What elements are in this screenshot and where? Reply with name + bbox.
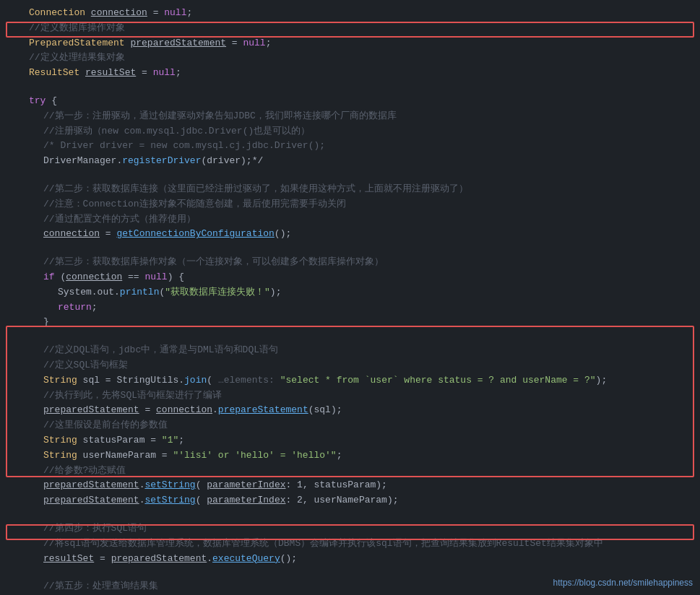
code-line-comment-step2: //第二步：获取数据库连接（这里面已经注册过驱动了，如果使用这种方式，上面就不用…: [0, 182, 700, 197]
code-line-1: Connection connection = null;: [0, 6, 700, 21]
code-line-close-brace: }: [0, 315, 700, 330]
code-editor: Connection connection = null; //定义数据库操作对…: [0, 0, 700, 595]
code-line-3: PreparedStatement preparedStatement = nu…: [0, 36, 700, 51]
code-line-return: return;: [0, 300, 700, 316]
code-line-prepared-stmt-assign: preparedStatement = connection.prepareSt…: [0, 403, 700, 418]
code-line-set-string-2: preparedStatement.setString( parameterIn…: [0, 493, 700, 508]
code-line-comment-step2b: //注意：Connection连接对象不能随意创建，最后使用完需要手动关闭: [0, 197, 700, 212]
code-line-comment-step4: //第四步：执行SQL语句: [0, 521, 700, 537]
code-line-comment-step1b: //注册驱动（new com.mysql.jdbc.Driver()也是可以的）: [0, 124, 700, 139]
code-line-string-username: String userNameParam = "'lisi' or 'hello…: [0, 448, 700, 464]
code-line-string-status: String statusParam = "1";: [0, 433, 700, 448]
code-line-if-connection: if (connection == null) {: [0, 270, 700, 285]
code-line-4: //定义处理结果集对象: [0, 51, 700, 66]
code-line-comment-step1: //第一步：注册驱动，通过创建驱动对象告知JDBC，我们即将连接哪个厂商的数据库: [0, 109, 700, 124]
code-line-comment-dql: //定义DQL语句，jdbc中，通常是与DML语句和DQL语句: [0, 343, 700, 358]
code-line-5: ResultSet resultSet = null;: [0, 66, 700, 81]
footer-link[interactable]: https://blog.csdn.net/smilehappiness: [553, 578, 693, 588]
code-line-empty-3: [0, 242, 700, 255]
code-line-comment-step3: //第三步：获取数据库操作对象（一个连接对象，可以创建多个数据库操作对象）: [0, 255, 700, 270]
code-line-try: try {: [0, 94, 700, 109]
code-line-comment-set-params: //给参数?动态赋值: [0, 464, 700, 479]
code-line-empty-1: [0, 81, 700, 94]
code-line-set-string-1: preparedStatement.setString( parameterIn…: [0, 478, 700, 493]
code-line-connection-assign: connection = getConnectionByConfiguratio…: [0, 227, 700, 242]
code-line-comment-step2c: //通过配置文件的方式（推荐使用）: [0, 212, 700, 227]
code-line-2: //定义数据库操作对象: [0, 21, 700, 36]
code-line-comment-driver: /* Driver driver = new com.mysql.cj.jdbc…: [0, 139, 700, 154]
code-line-system-out: System.out.println("获取数据库连接失败！");: [0, 285, 700, 300]
code-line-comment-sql-frame: //定义SQL语句框架: [0, 358, 700, 373]
code-line-string-sql: String sql = StringUtils.join( …elements…: [0, 373, 700, 388]
code-line-comment-params: //这里假设是前台传的参数值: [0, 418, 700, 433]
code-line-comment-compile: //执行到此，先将SQL语句框架进行了编译: [0, 388, 700, 404]
code-line-driver-manager: DriverManager.registerDriver(driver);*/: [0, 154, 700, 169]
code-line-comment-step4b: //将sql语句发送给数据库管理系统，数据库管理系统（DBMS）会编译并执行该s…: [0, 537, 700, 552]
code-line-empty-4: [0, 330, 700, 343]
code-line-empty-2: [0, 169, 700, 182]
code-line-result-set-assign: resultSet = preparedStatement.executeQue…: [0, 552, 700, 567]
code-line-empty-5: [0, 508, 700, 521]
